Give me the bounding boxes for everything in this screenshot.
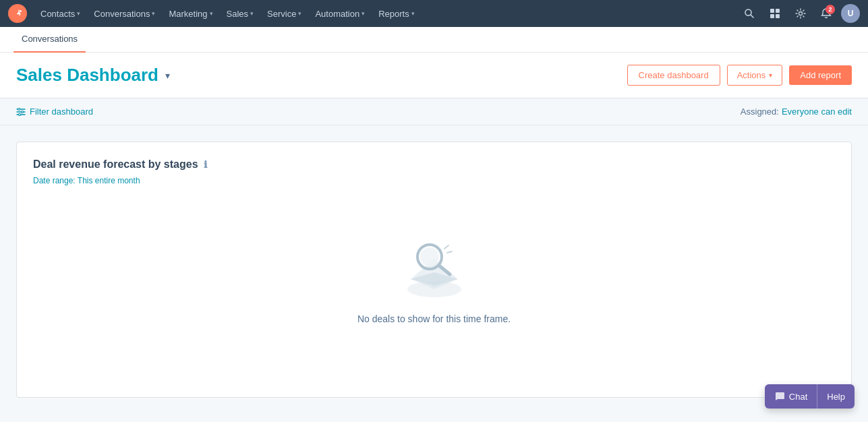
svg-line-22 bbox=[447, 251, 452, 253]
svg-point-20 bbox=[420, 247, 439, 266]
svg-point-1 bbox=[20, 10, 22, 12]
actions-button[interactable]: Actions ▾ bbox=[727, 65, 783, 86]
nav-reports[interactable]: Reports ▾ bbox=[373, 6, 420, 22]
nav-service[interactable]: Service ▾ bbox=[262, 6, 307, 22]
hubspot-logo[interactable] bbox=[8, 4, 27, 23]
nav-contacts[interactable]: Contacts ▾ bbox=[35, 6, 86, 22]
date-range: Date range: This entire month bbox=[33, 176, 835, 185]
card-title-row: Deal revenue forecast by stages ℹ bbox=[33, 158, 835, 171]
reports-chevron-icon: ▾ bbox=[411, 10, 415, 17]
main-content: Deal revenue forecast by stages ℹ Date r… bbox=[0, 125, 868, 414]
svg-rect-6 bbox=[770, 14, 774, 18]
date-range-value: This entire month bbox=[78, 176, 140, 185]
notification-badge: 2 bbox=[826, 5, 835, 14]
title-dropdown-icon[interactable]: ▾ bbox=[165, 70, 170, 81]
create-dashboard-button[interactable]: Create dashboard bbox=[627, 65, 720, 86]
actions-chevron-icon: ▾ bbox=[769, 71, 772, 79]
svg-point-12 bbox=[18, 108, 20, 110]
nav-marketing[interactable]: Marketing ▾ bbox=[163, 6, 218, 22]
nav-sales[interactable]: Sales ▾ bbox=[221, 6, 260, 22]
breadcrumb-bar: Conversations bbox=[0, 27, 868, 53]
nav-conversations[interactable]: Conversations ▾ bbox=[88, 6, 161, 22]
svg-rect-7 bbox=[776, 14, 780, 18]
page-title[interactable]: Sales Dashboard bbox=[16, 65, 158, 86]
svg-point-8 bbox=[799, 12, 803, 16]
sales-chevron-icon: ▾ bbox=[250, 10, 254, 17]
marketing-chevron-icon: ▾ bbox=[210, 10, 213, 17]
nav-automation[interactable]: Automation ▾ bbox=[310, 6, 370, 22]
add-report-button[interactable]: Add report bbox=[789, 65, 852, 85]
page-title-row: Sales Dashboard ▾ bbox=[16, 65, 170, 86]
marketplace-button[interactable] bbox=[764, 3, 786, 24]
page-header: Sales Dashboard ▾ Create dashboard Actio… bbox=[0, 53, 868, 98]
chat-button[interactable]: Chat bbox=[765, 384, 817, 409]
svg-line-3 bbox=[751, 15, 753, 18]
empty-state-illustration bbox=[390, 229, 478, 303]
automation-chevron-icon: ▾ bbox=[361, 10, 365, 17]
tab-conversations[interactable]: Conversations bbox=[13, 27, 86, 53]
top-navigation: Contacts ▾ Conversations ▾ Marketing ▾ S… bbox=[0, 0, 868, 27]
svg-rect-4 bbox=[770, 9, 774, 13]
filter-bar: Filter dashboard Assigned: Everyone can … bbox=[0, 98, 868, 125]
contacts-chevron-icon: ▾ bbox=[77, 10, 80, 17]
nav-right-section: 2 U bbox=[739, 3, 860, 24]
chat-widget[interactable]: Chat Help bbox=[765, 384, 855, 409]
search-button[interactable] bbox=[739, 3, 760, 24]
forecast-card: Deal revenue forecast by stages ℹ Date r… bbox=[16, 142, 852, 398]
filter-dashboard-link[interactable]: Filter dashboard bbox=[16, 107, 93, 117]
notifications-button[interactable]: 2 bbox=[815, 3, 837, 24]
assigned-row: Assigned: Everyone can edit bbox=[741, 107, 852, 117]
service-chevron-icon: ▾ bbox=[298, 10, 301, 17]
empty-message: No deals to show for this time frame. bbox=[357, 313, 511, 324]
info-icon[interactable]: ℹ bbox=[204, 159, 207, 170]
page-header-actions: Create dashboard Actions ▾ Add report bbox=[627, 65, 852, 86]
assigned-value-link[interactable]: Everyone can edit bbox=[782, 107, 852, 117]
help-button[interactable]: Help bbox=[817, 385, 855, 409]
svg-rect-5 bbox=[776, 9, 780, 13]
settings-button[interactable] bbox=[790, 3, 811, 24]
conversations-chevron-icon: ▾ bbox=[152, 10, 155, 17]
svg-point-14 bbox=[19, 113, 21, 115]
svg-point-13 bbox=[22, 111, 24, 113]
user-avatar[interactable]: U bbox=[841, 4, 860, 23]
empty-state: No deals to show for this time frame. bbox=[33, 202, 835, 338]
svg-line-21 bbox=[444, 245, 449, 249]
